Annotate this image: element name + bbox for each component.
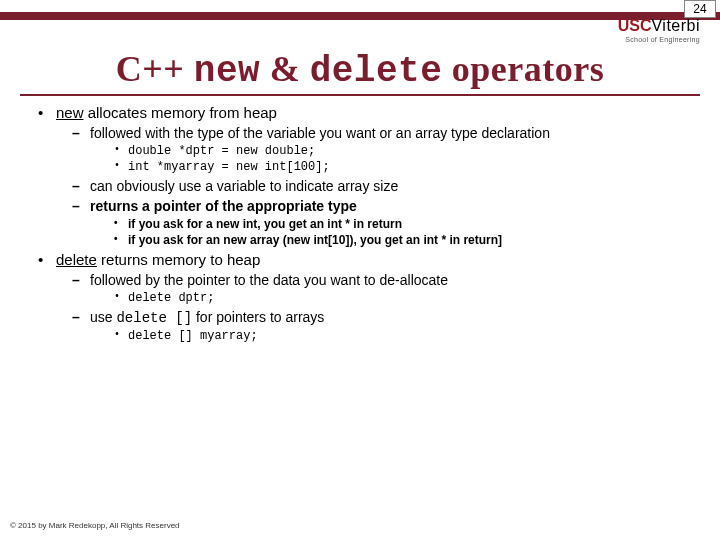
logo-viterbi: Viterbi	[651, 17, 700, 34]
code-delete-dptr: delete dptr;	[114, 291, 690, 305]
sub-returns-pointer: returns a pointer of the appropriate typ…	[72, 198, 690, 247]
code-dptr: double *dptr = new double;	[114, 144, 690, 158]
sub-delete-array: use delete [] for pointers to arrays del…	[72, 309, 690, 343]
bullet-new: new allocates memory from heap followed …	[38, 104, 690, 247]
logo-subtitle: School of Engineering	[618, 36, 700, 43]
slide-content: new allocates memory from heap followed …	[30, 104, 690, 343]
code-myarray: int *myarray = new int[100];	[114, 160, 690, 174]
header-bar	[0, 12, 720, 20]
sub-followed-type: followed with the type of the variable y…	[72, 125, 690, 174]
copyright-footer: © 2015 by Mark Redekopp, All Rights Rese…	[10, 521, 180, 530]
slide-title: C++ new & delete operators	[20, 48, 700, 96]
page-number: 24	[684, 0, 716, 18]
logo-usc: USC	[618, 17, 652, 34]
sub-followed-pointer: followed by the pointer to the data you …	[72, 272, 690, 305]
note-array-return: if you ask for an new array (new int[10]…	[114, 233, 690, 247]
note-int-return: if you ask for a new int, you get an int…	[114, 217, 690, 231]
logo: USCViterbi School of Engineering	[618, 18, 700, 43]
code-delete-myarray: delete [] myarray;	[114, 329, 690, 343]
sub-variable-size: can obviously use a variable to indicate…	[72, 178, 690, 194]
bullet-delete: delete returns memory to heap followed b…	[38, 251, 690, 343]
